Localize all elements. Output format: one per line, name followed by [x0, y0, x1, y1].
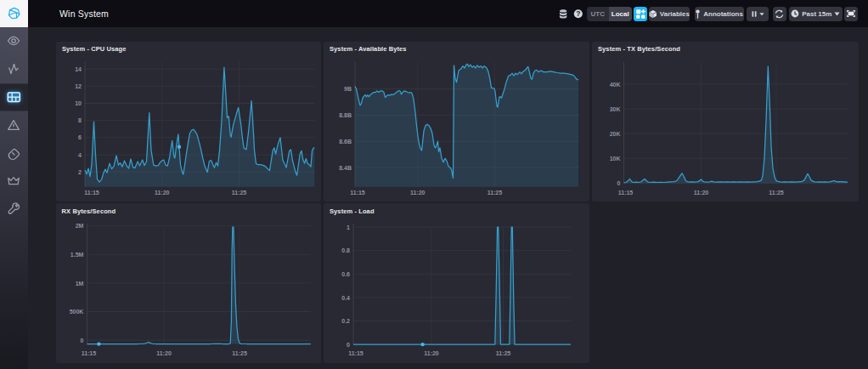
svg-text:0: 0 [617, 180, 621, 186]
svg-text:8.6B: 8.6B [339, 138, 352, 144]
svg-text:8.4B: 8.4B [339, 164, 352, 170]
svg-text:2: 2 [78, 168, 82, 174]
svg-text:6: 6 [78, 134, 82, 140]
svg-text:1.5M: 1.5M [70, 252, 83, 258]
svg-text:0: 0 [80, 338, 83, 343]
svg-text:11:15: 11:15 [84, 189, 99, 195]
svg-text:8: 8 [78, 117, 82, 123]
svg-text:2M: 2M [75, 224, 83, 230]
svg-text:10: 10 [75, 100, 82, 106]
svg-text:11:20: 11:20 [424, 350, 439, 356]
svg-text:500K: 500K [69, 309, 83, 315]
svg-text:1: 1 [347, 224, 350, 230]
svg-text:14: 14 [75, 65, 82, 71]
svg-text:40K: 40K [610, 81, 621, 87]
svg-text:11:20: 11:20 [694, 189, 709, 195]
svg-text:9B: 9B [344, 86, 352, 92]
svg-text:?: ? [576, 9, 580, 18]
svg-text:4: 4 [78, 151, 82, 157]
svg-text:11:25: 11:25 [232, 189, 247, 195]
svg-text:0.4: 0.4 [341, 295, 350, 301]
svg-text:8.8B: 8.8B [339, 112, 352, 118]
svg-text:11:15: 11:15 [618, 189, 634, 195]
svg-text:11:25: 11:25 [496, 350, 511, 356]
svg-text:30K: 30K [610, 105, 621, 111]
svg-text:11:15: 11:15 [348, 350, 364, 356]
svg-text:1M: 1M [75, 281, 83, 287]
svg-text:20K: 20K [610, 130, 621, 136]
svg-text:11:15: 11:15 [350, 189, 365, 195]
svg-text:11:25: 11:25 [769, 189, 784, 195]
svg-text:11:20: 11:20 [410, 189, 426, 195]
svg-text:11:25: 11:25 [232, 350, 247, 356]
svg-text:0.2: 0.2 [341, 318, 350, 324]
svg-text:11:25: 11:25 [488, 189, 503, 195]
svg-text:11:20: 11:20 [155, 189, 170, 195]
svg-text:0: 0 [347, 342, 350, 348]
svg-text:12: 12 [75, 83, 82, 89]
svg-text:10K: 10K [610, 156, 621, 162]
svg-text:11:15: 11:15 [81, 350, 96, 356]
svg-text:0.6: 0.6 [341, 271, 350, 277]
svg-text:11:20: 11:20 [156, 350, 172, 356]
svg-text:0.8: 0.8 [341, 248, 350, 254]
